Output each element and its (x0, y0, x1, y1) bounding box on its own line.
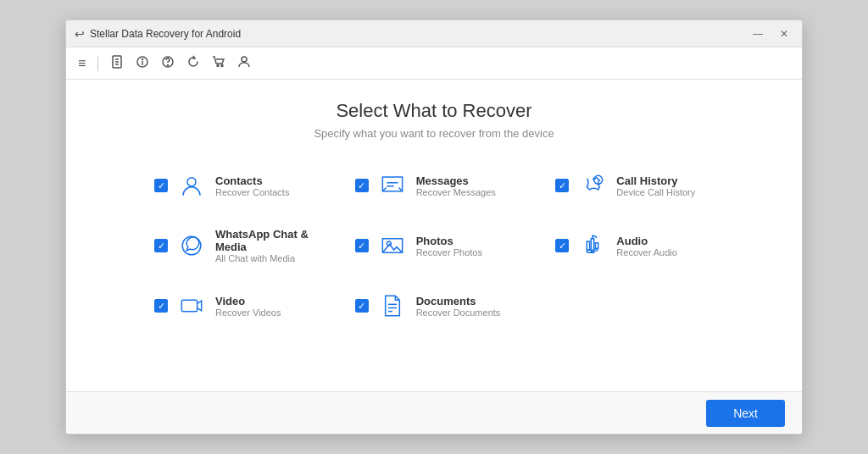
checkbox-audio[interactable] (555, 239, 569, 252)
item-title-video: Video (215, 295, 281, 307)
item-subtitle-photos: Recover Photos (416, 247, 482, 257)
item-contacts[interactable]: ContactsRecover Contacts (146, 163, 321, 208)
help-icon[interactable] (161, 55, 175, 72)
app-window: ↩ Stellar Data Recovery for Android — ✕ … (65, 19, 803, 435)
photos-icon (377, 230, 408, 261)
item-title-messages: Messages (416, 174, 496, 187)
checkbox-documents[interactable] (355, 299, 369, 313)
info-icon[interactable] (136, 55, 149, 72)
toolbar-divider (97, 56, 98, 71)
audio-icon (577, 230, 608, 261)
item-messages[interactable]: MessagesRecover Messages (347, 163, 522, 208)
item-audio[interactable]: AudioRecover Audio (547, 221, 722, 270)
window-title: Stellar Data Recovery for Android (90, 28, 241, 40)
checkbox-whatsapp[interactable] (154, 239, 168, 252)
svg-point-12 (187, 178, 196, 186)
item-subtitle-whatsapp: All Chat with Media (215, 253, 313, 263)
window-controls: — ✕ (748, 26, 793, 42)
main-area: Select What to Recover Specify what you … (66, 80, 802, 391)
svg-point-9 (217, 64, 219, 66)
svg-rect-20 (181, 300, 197, 311)
close-button[interactable]: ✕ (775, 26, 793, 42)
messages-icon (377, 170, 408, 201)
checkbox-video[interactable] (154, 299, 168, 313)
document-icon[interactable] (110, 55, 124, 72)
footer: Next (66, 391, 802, 434)
item-whatsapp[interactable]: WhatsApp Chat & MediaAll Chat with Media (146, 221, 321, 270)
whatsapp-icon (176, 230, 207, 261)
item-text-documents: DocumentsRecover Documents (416, 295, 501, 318)
item-title-documents: Documents (416, 295, 501, 307)
next-button[interactable]: Next (706, 400, 785, 427)
checkbox-call-history[interactable] (555, 179, 569, 192)
item-subtitle-call-history: Device Call History (616, 187, 695, 197)
item-text-contacts: ContactsRecover Contacts (215, 174, 289, 197)
svg-point-6 (142, 58, 143, 59)
page-subtitle: Specify what you want to recover from th… (314, 127, 554, 140)
menu-icon[interactable]: ≡ (78, 56, 86, 71)
app-back-icon: ↩ (75, 27, 85, 41)
refresh-icon[interactable] (186, 55, 200, 72)
item-subtitle-video: Recover Videos (215, 307, 281, 318)
item-text-audio: AudioRecover Audio (616, 235, 677, 257)
item-title-call-history: Call History (616, 174, 695, 187)
item-text-whatsapp: WhatsApp Chat & MediaAll Chat with Media (215, 228, 313, 263)
checkbox-contacts[interactable] (154, 179, 168, 192)
svg-point-8 (168, 64, 169, 65)
item-text-photos: PhotosRecover Photos (416, 235, 482, 257)
content-area: Select What to Recover Specify what you … (66, 80, 802, 434)
contacts-icon (176, 170, 207, 201)
item-text-messages: MessagesRecover Messages (416, 174, 496, 197)
svg-point-17 (387, 241, 391, 246)
recovery-options-grid: ContactsRecover Contacts MessagesRecover… (146, 163, 722, 328)
item-subtitle-contacts: Recover Contacts (215, 187, 289, 197)
item-text-video: VideoRecover Videos (215, 295, 281, 318)
item-title-audio: Audio (616, 235, 677, 247)
page-title: Select What to Recover (336, 100, 531, 122)
item-title-photos: Photos (416, 235, 482, 247)
checkbox-photos[interactable] (355, 239, 369, 252)
item-title-contacts: Contacts (215, 174, 289, 187)
item-documents[interactable]: DocumentsRecover Documents (347, 284, 522, 328)
toolbar: ≡ (66, 47, 802, 80)
title-bar: ↩ Stellar Data Recovery for Android — ✕ (66, 20, 802, 47)
item-subtitle-documents: Recover Documents (416, 307, 501, 318)
item-text-call-history: Call HistoryDevice Call History (616, 174, 695, 197)
item-photos[interactable]: PhotosRecover Photos (347, 221, 522, 270)
item-video[interactable]: VideoRecover Videos (146, 284, 321, 328)
svg-point-19 (593, 249, 598, 252)
cart-icon[interactable] (212, 55, 225, 72)
video-icon (176, 291, 207, 321)
svg-point-11 (242, 57, 247, 62)
checkbox-messages[interactable] (355, 179, 369, 192)
title-bar-left: ↩ Stellar Data Recovery for Android (75, 27, 241, 41)
item-title-whatsapp: WhatsApp Chat & Media (215, 228, 313, 253)
call-icon (577, 170, 608, 201)
documents-icon (377, 291, 408, 321)
item-subtitle-messages: Recover Messages (416, 187, 496, 197)
item-call-history[interactable]: Call HistoryDevice Call History (547, 163, 722, 208)
item-subtitle-audio: Recover Audio (616, 247, 677, 257)
minimize-button[interactable]: — (748, 26, 768, 42)
svg-point-10 (221, 64, 223, 66)
user-icon[interactable] (237, 55, 251, 72)
